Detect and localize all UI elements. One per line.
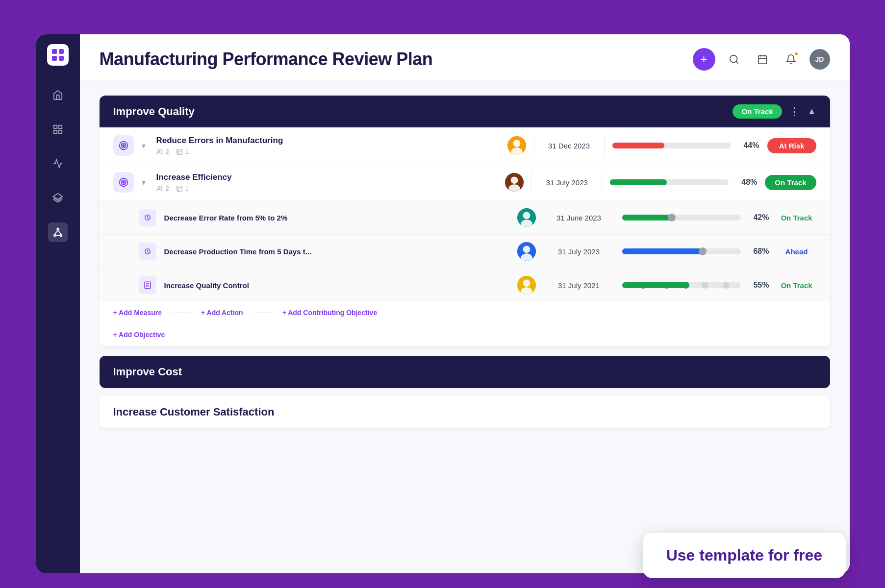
avatar-quality-control xyxy=(517,276,536,294)
section-header-improve-quality: Improve Quality On Track ⋮ ▲ xyxy=(100,96,830,127)
sub-objective-name-decrease-error: Decrease Error Rate from 5% to 2% xyxy=(164,214,509,222)
progress-bar-decrease-error xyxy=(622,215,741,220)
add-link-divider-2 xyxy=(253,313,273,313)
svg-point-15 xyxy=(730,55,737,63)
progress-pct-reduce-errors: 44% xyxy=(738,141,759,150)
sub-objective-row-decrease-production: Decrease Production Time from 5 Days t..… xyxy=(100,235,830,269)
svg-rect-3 xyxy=(59,56,64,61)
section-more-options[interactable]: ⋮ xyxy=(789,105,801,118)
section-title-customer-satisfaction: Increase Customer Satisfaction xyxy=(113,406,275,418)
objective-expand-reduce-errors[interactable]: ▾ xyxy=(142,141,146,150)
app-logo[interactable] xyxy=(47,44,69,66)
section-collapse-button[interactable]: ▲ xyxy=(808,106,816,117)
status-badge-quality-control: On Track xyxy=(777,281,816,290)
page-title: Manufacturing Performance Review Plan xyxy=(100,49,433,70)
sidebar-item-chart[interactable] xyxy=(48,154,68,173)
sub-objective-icon-decrease-error xyxy=(139,209,156,226)
progress-bar-decrease-production xyxy=(622,248,741,254)
status-badge-decrease-production: Ahead xyxy=(777,247,816,256)
progress-fill-decrease-error xyxy=(622,215,672,220)
svg-line-12 xyxy=(54,230,57,234)
add-objective-link[interactable]: + Add Objective xyxy=(113,331,165,339)
svg-rect-4 xyxy=(53,125,56,128)
add-objective-row: + Add Objective xyxy=(100,323,830,346)
svg-rect-2 xyxy=(52,56,57,61)
user-avatar[interactable]: JD xyxy=(809,49,830,70)
divider2-decrease-production xyxy=(614,242,614,261)
calendar-button[interactable] xyxy=(753,49,772,69)
progress-area-increase-efficiency: 48% xyxy=(610,178,757,187)
main-content: Improve Quality On Track ⋮ ▲ xyxy=(80,81,850,573)
section-title-improve-quality: Improve Quality xyxy=(113,105,195,118)
progress-pct-decrease-error: 42% xyxy=(748,213,769,222)
obj-actions-reduce-errors: 1 xyxy=(176,148,189,155)
add-measure-link[interactable]: + Add Measure xyxy=(113,309,162,317)
divider-quality-control xyxy=(544,275,544,295)
section-improve-quality: Improve Quality On Track ⋮ ▲ xyxy=(100,96,830,346)
add-contributing-link[interactable]: + Add Contributing Objective xyxy=(282,309,378,317)
svg-rect-7 xyxy=(58,130,61,133)
svg-rect-6 xyxy=(53,130,56,133)
objective-info-reduce-errors: Reduce Errors in Manufacturing xyxy=(156,136,500,155)
section-title-improve-cost: Improve Cost xyxy=(113,366,182,378)
sidebar-item-layers[interactable] xyxy=(48,188,68,208)
date-increase-efficiency: 31 July 2023 xyxy=(540,178,594,187)
avatar-increase-efficiency xyxy=(505,173,524,192)
section-customer-satisfaction: Increase Customer Satisfaction xyxy=(100,396,830,428)
progress-area-reduce-errors: 44% xyxy=(612,141,759,150)
progress-bar-quality-control xyxy=(622,282,741,288)
sub-objective-icon-decrease-production xyxy=(139,243,156,260)
status-badge-reduce-errors: At Risk xyxy=(767,138,816,153)
status-badge-decrease-error: On Track xyxy=(777,214,816,222)
svg-point-34 xyxy=(157,186,160,188)
objective-row-increase-efficiency: ▾ Increase Efficiency xyxy=(100,164,830,201)
svg-rect-1 xyxy=(59,49,64,54)
svg-point-47 xyxy=(523,245,530,253)
avatar-decrease-production xyxy=(517,242,536,261)
notification-button[interactable] xyxy=(781,49,801,69)
sub-objective-name-decrease-production: Decrease Production Time from 5 Days t..… xyxy=(164,247,509,256)
sidebar-item-home[interactable] xyxy=(48,85,68,105)
date-decrease-error: 31 June 2023 xyxy=(552,214,606,222)
add-button[interactable]: + xyxy=(693,48,715,71)
progress-area-decrease-error: 42% xyxy=(622,213,769,222)
divider-increase-efficiency xyxy=(531,172,532,192)
cta-overlay[interactable]: Use template for free xyxy=(643,533,846,578)
content-area: Manufacturing Performance Review Plan + xyxy=(80,34,850,573)
divider2-quality-control xyxy=(614,275,614,295)
svg-rect-17 xyxy=(758,56,766,64)
divider2-reduce-errors xyxy=(604,136,605,155)
divider-decrease-production xyxy=(544,242,544,261)
svg-rect-5 xyxy=(58,125,61,128)
section-improve-cost: Improve Cost xyxy=(100,356,830,388)
sub-objective-icon-quality-control xyxy=(139,276,156,294)
notification-badge xyxy=(794,51,799,56)
progress-marker-3 xyxy=(683,282,689,289)
progress-fill-quality-control xyxy=(622,282,687,288)
status-badge-increase-efficiency: On Track xyxy=(765,175,816,190)
divider-reduce-errors xyxy=(534,136,534,155)
avatar-reduce-errors xyxy=(507,136,526,155)
date-decrease-production: 31 July 2023 xyxy=(552,247,606,256)
section-header-improve-cost: Improve Cost xyxy=(100,356,830,388)
status-badge-improve-quality: On Track xyxy=(733,104,782,119)
search-button[interactable] xyxy=(724,49,744,69)
date-reduce-errors: 31 Dec 2023 xyxy=(542,142,596,150)
objective-expand-increase-efficiency[interactable]: ▾ xyxy=(142,178,146,187)
svg-rect-0 xyxy=(52,49,57,54)
objective-name-reduce-errors: Reduce Errors in Manufacturing xyxy=(156,136,500,146)
svg-point-23 xyxy=(123,145,125,147)
cta-label[interactable]: Use template for free xyxy=(666,546,822,564)
obj-members-increase-efficiency: 2 xyxy=(156,185,169,192)
add-links-row: + Add Measure + Add Action + Add Contrib… xyxy=(100,302,830,323)
objective-icon-reduce-errors xyxy=(113,135,134,156)
add-action-link[interactable]: + Add Action xyxy=(201,309,243,317)
progress-fill-increase-efficiency xyxy=(610,179,667,185)
objective-icon-increase-efficiency xyxy=(113,172,134,193)
sub-objective-row-quality-control: Increase Quality Control 31 July 2021 xyxy=(100,269,830,302)
sidebar-item-grid[interactable] xyxy=(48,120,68,139)
add-link-divider-1 xyxy=(172,313,191,313)
sidebar-item-network[interactable] xyxy=(48,222,68,242)
divider2-decrease-error xyxy=(614,208,614,227)
svg-point-29 xyxy=(513,140,520,147)
